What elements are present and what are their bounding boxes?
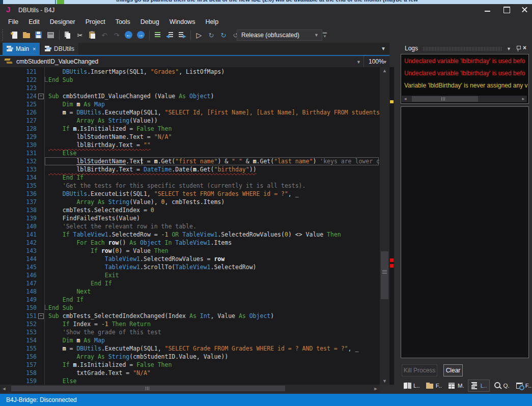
log-message[interactable]: Variable 'lbldBirthday' is never assigne… xyxy=(404,82,529,89)
code-line-153[interactable]: 153 'Show the grade of this test xyxy=(0,328,380,336)
step-over-icon[interactable]: ↻ xyxy=(218,30,229,41)
copy-icon[interactable] xyxy=(62,30,73,41)
undo-icon[interactable]: ↶ xyxy=(99,30,110,41)
save-icon[interactable] xyxy=(33,30,44,41)
scroll-down-icon[interactable]: ▼ xyxy=(380,379,389,384)
tool-tab-logs[interactable]: L.. xyxy=(468,380,490,392)
error-marker[interactable] xyxy=(390,264,394,268)
code-line-121[interactable]: 121 DBUtils.InsertMaps(SQL1, "Grades", L… xyxy=(0,68,380,76)
editor-tab-main[interactable]: Main× xyxy=(3,43,40,55)
code-line-145[interactable]: 145 TableView1.ScrollTo(TableView1.Selec… xyxy=(0,263,380,271)
scroll-up-icon[interactable]: ▲ xyxy=(380,68,389,73)
scroll-right-icon[interactable]: ► xyxy=(373,386,379,391)
menu-file[interactable]: File xyxy=(3,17,23,27)
previous-tab-icon[interactable]: ◄ xyxy=(164,30,176,41)
editor-zoom-value[interactable]: 100% xyxy=(369,58,384,65)
minimize-button[interactable] xyxy=(480,4,496,15)
close-button[interactable] xyxy=(516,4,532,15)
code-line-158[interactable]: 158 txtGrade.Text = "N/A" xyxy=(0,369,380,377)
code-line-136[interactable]: 136 DBUtils.ExecuteList(SQL1, "SELECT te… xyxy=(0,190,380,198)
code-line-127[interactable]: 127 Array As String(Value)) xyxy=(0,117,380,125)
code-line-159[interactable]: 159 Else xyxy=(0,377,380,385)
menu-debug[interactable]: Debug xyxy=(135,17,164,27)
code-line-150[interactable]: 150End Sub xyxy=(0,304,380,312)
next-tab-icon[interactable]: ► xyxy=(177,30,188,41)
tool-tab-modules[interactable]: M. xyxy=(445,380,466,391)
fold-collapse-icon[interactable]: − xyxy=(38,313,44,319)
logs-close-icon[interactable]: × xyxy=(523,44,526,51)
code-line-124[interactable]: 124−Sub cmbStudentID_ValueChanged (Value… xyxy=(0,92,380,100)
code-line-125[interactable]: 125 Dim m As Map xyxy=(0,100,380,108)
toolbar-grip[interactable] xyxy=(2,30,5,41)
warnings-scrollbar-thumb[interactable] xyxy=(412,96,478,102)
menu-project[interactable]: Project xyxy=(80,17,110,27)
menu-tools[interactable]: Tools xyxy=(110,17,135,27)
pin-icon[interactable] xyxy=(516,45,521,51)
log-message[interactable]: Undeclared variable 'lblbirthday' is use… xyxy=(404,70,529,77)
code-line-148[interactable]: 148 Next xyxy=(0,287,380,296)
tool-tab-files[interactable]: F.. xyxy=(424,380,444,391)
paste-icon[interactable] xyxy=(87,30,98,41)
logs-panel-header[interactable]: Logs ▼ × xyxy=(401,45,529,53)
code-line-156[interactable]: 156 Array As String(cmbStudentID.Value, … xyxy=(0,353,380,361)
scroll-right-icon[interactable]: ► xyxy=(521,97,526,101)
code-line-132[interactable]: 132 lblStudentName.Text = m.Get("first n… xyxy=(0,157,380,165)
editor-tab-dbutils[interactable]: DBUtils xyxy=(41,43,78,55)
error-marker[interactable] xyxy=(390,258,394,262)
goto-sub-icon[interactable] xyxy=(152,30,163,41)
tool-tab-find-references[interactable]: F... xyxy=(513,380,532,391)
menu-edit[interactable]: Edit xyxy=(23,17,45,27)
build-configuration-combobox[interactable]: Release (obfuscated) ▼ xyxy=(237,30,322,41)
menu-help[interactable]: Help xyxy=(200,17,223,27)
code-line-131[interactable]: 131 Else xyxy=(0,149,380,157)
panel-splitter[interactable] xyxy=(394,43,400,394)
code-line-126[interactable]: 126 m = DBUtils.ExecuteMap(SQL1, "SELECT… xyxy=(0,108,380,117)
editor-horizontal-scrollbar[interactable]: ◄ ► xyxy=(0,385,380,392)
tool-tab-quick-search[interactable]: Q. xyxy=(491,380,512,391)
logs-menu-chevron-icon[interactable]: ▼ xyxy=(507,46,511,51)
menu-windows[interactable]: Windows xyxy=(164,17,201,27)
scroll-left-icon[interactable]: ◄ xyxy=(1,386,7,391)
tab-list-chevron-icon[interactable]: ▼ xyxy=(381,46,386,51)
kill-process-button[interactable]: Kill Process xyxy=(402,364,437,376)
log-output-area[interactable] xyxy=(401,106,529,358)
scroll-left-icon[interactable]: ◄ xyxy=(403,97,408,101)
cut-icon[interactable]: ✂ xyxy=(74,30,86,41)
redo-icon[interactable]: ↷ xyxy=(111,30,122,41)
code-line-151[interactable]: 151−Sub cmbTests_SelectedIndexChanged(In… xyxy=(0,312,380,320)
toolbar-overflow-button[interactable]: ▬▼ xyxy=(322,31,327,39)
tab-close-icon[interactable]: × xyxy=(33,46,36,52)
code-line-135[interactable]: 135 'Get the tests for this specific stu… xyxy=(0,182,380,190)
code-line-129[interactable]: 129 lblStudentName.Text = "N/A" xyxy=(0,133,380,141)
code-line-141[interactable]: 141 If TableView1.SelectedRow = -1 OR Ta… xyxy=(0,230,380,239)
code-line-152[interactable]: 152 If Index = -1 Then Return xyxy=(0,320,380,328)
code-line-134[interactable]: 134 End If xyxy=(0,173,380,182)
code-line-133[interactable]: 133 lblBirthday.Text = DateTime.Date(m.G… xyxy=(0,165,380,173)
caret-position-marker[interactable] xyxy=(390,100,394,103)
sub-dropdown-chevron-icon[interactable]: ▼ xyxy=(356,60,361,65)
code-line-128[interactable]: 128 If m.IsInitialized = False Then xyxy=(0,125,380,133)
resume-icon[interactable]: ↻ xyxy=(206,30,217,41)
code-line-142[interactable]: 142 For Each row() As Object In TableVie… xyxy=(0,239,380,247)
code-line-123[interactable]: 123 xyxy=(0,84,380,92)
current-sub-dropdown-value[interactable]: cmbStudentID_ValueChanged xyxy=(16,58,98,65)
code-line-137[interactable]: 137 Array As String(Value), 0, cmbTests.… xyxy=(0,198,380,206)
code-line-143[interactable]: 143 If row(0) = Value Then xyxy=(0,247,380,255)
back-icon[interactable]: ← xyxy=(123,30,134,41)
open-project-icon[interactable] xyxy=(21,30,32,41)
code-line-140[interactable]: 140 'Select the relevant row in the tabl… xyxy=(0,222,380,230)
code-line-130[interactable]: 130 lblBirthday.Text = "" xyxy=(0,141,380,149)
tool-tab-libraries[interactable]: L.. xyxy=(401,380,422,391)
fold-collapse-icon[interactable]: − xyxy=(38,94,44,99)
code-editor[interactable]: 121 DBUtils.InsertMaps(SQL1, "Grades", L… xyxy=(0,67,380,385)
zoom-dropdown-chevron-icon[interactable]: ▼ xyxy=(383,60,387,65)
code-line-139[interactable]: 139 FindFailedTests(Value) xyxy=(0,214,380,222)
horizontal-scrollbar-thumb[interactable] xyxy=(11,386,285,391)
save-all-icon[interactable] xyxy=(45,30,57,41)
log-message[interactable]: Undeclared variable 'lblbirthday' is use… xyxy=(404,57,529,65)
new-file-icon[interactable]: ★ xyxy=(9,30,20,41)
compiler-warnings-list[interactable]: Undeclared variable 'lblbirthday' is use… xyxy=(401,54,529,104)
code-line-122[interactable]: 122End Sub xyxy=(0,76,380,84)
maximize-button[interactable] xyxy=(498,4,515,15)
menu-designer[interactable]: Designer xyxy=(45,17,80,27)
